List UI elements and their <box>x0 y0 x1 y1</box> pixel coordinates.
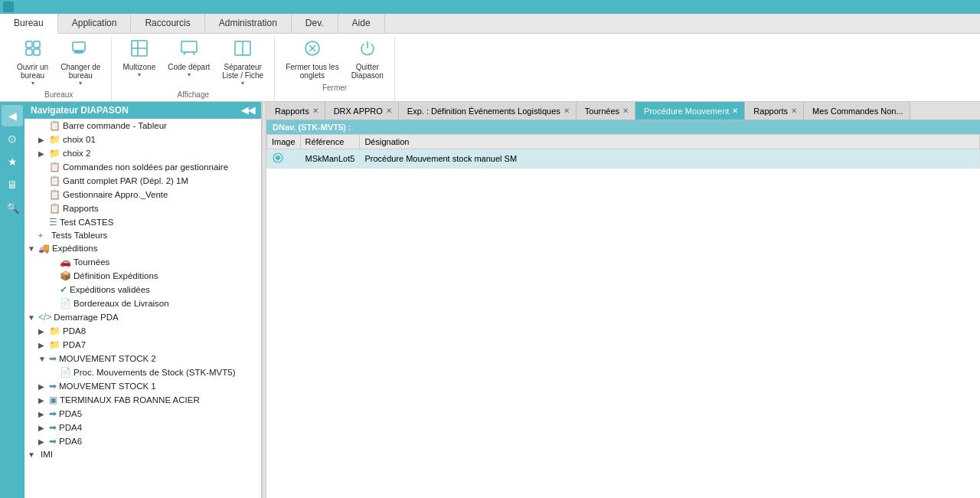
tab-close-button[interactable]: ✕ <box>564 106 570 115</box>
tree-item[interactable]: ▶➡PDA4 <box>24 421 261 434</box>
main-tab-administration[interactable]: Administration <box>205 14 292 33</box>
tree-item[interactable]: 📄Bordereaux de Livraison <box>24 297 261 310</box>
tree-item[interactable]: ▶➡PDA5 <box>24 407 261 421</box>
content-tab-proc-dure-mouvement[interactable]: Procédure Mouvement✕ <box>635 102 745 120</box>
tree-item[interactable]: 📄Proc. Mouvements de Stock (STK-MVT5) <box>24 365 261 379</box>
tree-item[interactable]: 📋Gestionnaire Appro._Vente <box>24 188 261 201</box>
tree-item[interactable]: ▶➡MOUVEMENT STOCK 1 <box>24 379 261 393</box>
content-tab-tourn-es[interactable]: Tournées✕ <box>577 102 635 120</box>
tree-node-label: choix 2 <box>63 149 90 158</box>
tree-item[interactable]: ▶📁PDA7 <box>24 338 261 352</box>
ribbon-btn-code-d-part[interactable]: Code départ▾ <box>163 37 214 89</box>
tab-close-button[interactable]: ✕ <box>791 106 797 115</box>
tab-label: Rapports <box>275 106 309 116</box>
tree-item[interactable]: 📋Gantt complet PAR (Dépl. 2) 1M <box>24 174 261 188</box>
tree-toggle-icon[interactable]: ▶ <box>38 149 49 158</box>
data-panel-header: DNav. (STK-MVT5) : <box>266 120 980 134</box>
content-tab-rapports[interactable]: Rapports✕ <box>266 102 325 120</box>
desktop-icon[interactable]: 🖥 <box>2 174 23 195</box>
row-reference: MSkManLot5 <box>300 149 360 169</box>
tree-node-label: Tests Tableurs <box>51 231 107 240</box>
tree-item[interactable]: ✔Expéditions validées <box>24 283 261 297</box>
tab-close-button[interactable]: ✕ <box>386 106 392 115</box>
tree-item[interactable]: ▶➡PDA6 <box>24 434 261 448</box>
ribbon-btn-changer-de[interactable]: Changer debureau▾ <box>56 37 105 89</box>
tree-node-label: MOUVEMENT STOCK 2 <box>59 354 156 363</box>
ribbon-btn-label: QuitterDiapason <box>351 63 384 80</box>
tab-close-button[interactable]: ✕ <box>622 106 629 115</box>
content-tab-mes-commandes-non---[interactable]: Mes Commandes Non... <box>804 102 910 120</box>
tree-node-label: MOUVEMENT STOCK 1 <box>59 382 156 391</box>
tree-item[interactable]: 📋Commandes non soldées par gestionnaire <box>24 160 261 174</box>
main-tab-application[interactable]: Application <box>58 14 132 33</box>
tree-toggle-icon[interactable]: ▶ <box>38 327 49 336</box>
main-tab-bar: BureauApplicationRaccourcisAdministratio… <box>0 14 980 34</box>
content-tab-exp----d-finition--v[interactable]: Exp. : Définition Événements Logistiques… <box>399 102 577 120</box>
content-tab-rapports[interactable]: Rapports✕ <box>745 102 804 120</box>
tab-close-button[interactable]: ✕ <box>732 106 738 115</box>
main-tab-dev-[interactable]: Dev. <box>292 14 338 33</box>
tree-item[interactable]: +Tests Tableurs <box>24 229 261 241</box>
tree-node-label: Gestionnaire Appro._Vente <box>63 190 168 199</box>
table-column-header: Désignation <box>360 135 980 149</box>
tree-toggle-icon[interactable]: ▼ <box>28 450 38 459</box>
tree-item[interactable]: ▼IMI <box>24 448 261 460</box>
ribbon-group-label: Fermer <box>322 84 347 94</box>
navigator-collapse-icon[interactable]: ◀◀ <box>241 105 255 116</box>
tree-node-icon: ➡ <box>49 436 57 447</box>
ribbon-btn-quitter[interactable]: QuitterDiapason <box>347 37 388 82</box>
tree-item[interactable]: ▼</> Demarrage PDA <box>24 310 261 324</box>
app-icon <box>3 2 14 12</box>
navigator-tree[interactable]: 📋Barre commande - Tableur▶📁choix 01▶📁cho… <box>24 119 261 498</box>
sidebar-icons: ◀⊙★🖥🔍 <box>0 102 24 498</box>
dropdown-arrow-icon: ▾ <box>188 71 191 78</box>
tree-toggle-icon[interactable]: ▶ <box>38 424 49 432</box>
tree-toggle-icon[interactable]: ▶ <box>38 410 49 418</box>
tree-toggle-icon[interactable]: ▶ <box>38 341 49 349</box>
tree-item[interactable]: ▶▣TERMINAUX FAB ROANNE ACIER <box>24 393 261 407</box>
tree-node-icon: 📁 <box>49 148 60 159</box>
ribbon-btn-fermer-tous-les[interactable]: Fermer tous lesonglets <box>281 37 343 82</box>
table-row[interactable]: MSkManLot5Procédure Mouvement stock manu… <box>267 149 980 169</box>
ribbon-icon <box>71 39 90 62</box>
tree-item[interactable]: ▶📁choix 2 <box>24 146 261 160</box>
tree-node-icon: 📄 <box>60 298 71 309</box>
ribbon-btn-label: Ouvrir unbureau <box>17 63 48 80</box>
svg-rect-10 <box>181 41 197 52</box>
main-tab-raccourcis[interactable]: Raccourcis <box>131 14 204 33</box>
tree-toggle-icon[interactable]: ▼ <box>28 313 38 322</box>
content-tab-drx-appro[interactable]: DRX APPRO✕ <box>325 102 399 120</box>
tree-item[interactable]: 📦Définition Expéditions <box>24 269 261 283</box>
tree-toggle-icon[interactable]: ▶ <box>38 382 49 391</box>
tab-label: Exp. : Définition Événements Logistiques <box>407 106 560 116</box>
ribbon-btn-label: Multizone <box>122 63 155 71</box>
tree-item[interactable]: ▶📁PDA8 <box>24 324 261 338</box>
tree-toggle-icon[interactable]: ▶ <box>38 136 49 144</box>
search-icon[interactable]: 🔍 <box>2 197 23 218</box>
tree-toggle-icon[interactable]: ▼ <box>38 355 49 363</box>
main-tab-bureau[interactable]: Bureau <box>0 14 58 34</box>
tree-item[interactable]: 📋Barre commande - Tableur <box>24 119 261 133</box>
tree-toggle-icon[interactable]: ▶ <box>38 437 49 446</box>
favorites-icon[interactable]: ★ <box>2 151 23 172</box>
tree-node-icon: </> <box>38 312 51 323</box>
tree-item[interactable]: 🚗Tournées <box>24 255 261 269</box>
collapse-icon[interactable]: ◀ <box>2 105 23 126</box>
dropdown-arrow-icon: ▾ <box>138 71 141 78</box>
tree-toggle-icon[interactable]: ▼ <box>28 244 38 253</box>
tab-close-button[interactable]: ✕ <box>312 106 318 115</box>
tree-node-label: Expéditions <box>52 244 97 253</box>
tree-toggle-icon[interactable]: + <box>38 231 49 240</box>
ribbon-btn-ouvrir-un[interactable]: Ouvrir unbureau▾ <box>12 37 53 89</box>
tree-item[interactable]: ▼➡MOUVEMENT STOCK 2 <box>24 352 261 365</box>
tree-item[interactable]: ▶📁choix 01 <box>24 133 261 146</box>
tree-node-label: TERMINAUX FAB ROANNE ACIER <box>60 395 200 405</box>
tree-toggle-icon[interactable]: ▶ <box>38 396 49 405</box>
ribbon-btn-s-parateur[interactable]: SéparateurListe / Fiche▾ <box>217 37 268 89</box>
main-tab-aide[interactable]: Aide <box>338 14 385 33</box>
tree-item[interactable]: ☰Test CASTES <box>24 215 261 229</box>
home-icon[interactable]: ⊙ <box>2 128 23 149</box>
ribbon-btn-multizone[interactable]: Multizone▾ <box>118 37 160 89</box>
tree-item[interactable]: 📋Rapports <box>24 201 261 215</box>
tree-item[interactable]: ▼🚚Expéditions <box>24 241 261 255</box>
